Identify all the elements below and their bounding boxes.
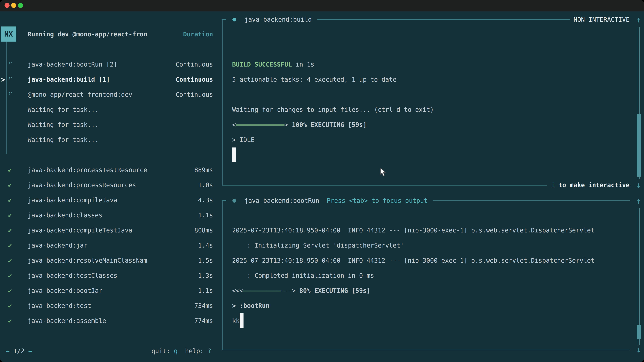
task-duration: 1.1s [198,208,213,223]
help-label: help: [185,348,204,355]
task-status-text: Continuous [176,76,213,83]
task-success-icon: ✔ [8,178,12,193]
duration-label: Duration [183,31,213,38]
output-segment: in 1s [292,61,314,68]
completed-task-row[interactable]: java-backend:processTestResource [28,163,147,178]
completed-task-row[interactable]: java-backend:jar [28,238,88,253]
pending-task-row: Waiting for task... [28,102,98,117]
panel-build-output-line: > IDLE [232,132,254,147]
task-duration: 774ms [194,313,213,329]
completed-task-row[interactable]: java-backend:compileTestJava [28,223,132,238]
panel-build-output-line [232,147,236,163]
task-duration-text: 1.4s [198,242,213,249]
task-status: Continuous [176,87,213,102]
panel-build-border-left [222,19,222,185]
completed-task-row[interactable]: java-backend:classes [28,208,102,223]
completed-task-row[interactable]: java-backend:bootJar [28,283,102,298]
task-duration: 1.0s [198,178,213,193]
output-segment: > IDLE [232,136,254,143]
panel-bootRun-output-line: : Initializing Servlet 'dispatcherServle… [232,238,404,253]
task-duration: 889ms [194,163,213,178]
output-segment: ═════════════ [236,121,284,128]
panel-bootRun-scrollbar-track[interactable] [638,208,640,345]
task-success-icon: ✔ [8,298,12,313]
output-segment: > [284,121,292,128]
task-name: java-backend:bootRun [2] [28,61,118,68]
check-glyph: ✔ [8,317,12,325]
task-duration-text: 1.1s [198,212,213,219]
panel-bootRun-output-line: > :bootRun [232,298,270,313]
spacer [10,348,13,355]
panel-bootRun-title-row[interactable]: java-backend:bootRun Press <tab> to focu… [244,193,428,208]
panel-bootRun-output-line: 2025-07-23T13:40:18.950-04:00 INFO 44312… [232,253,594,268]
panel-bootRun-border-bottom [222,350,630,350]
panel-build-scroll-up-icon[interactable]: ↑ [636,12,641,27]
spacer [178,348,185,355]
completed-task-row[interactable]: java-backend:assemble [28,313,106,329]
check-glyph: ✔ [8,182,12,189]
terminal-cursor [232,147,236,162]
task-name: java-backend:jar [28,242,88,249]
duration-column-header: Duration [183,27,213,42]
task-row[interactable]: java-backend:build [1] [28,72,110,87]
task-name: java-backend:processResources [28,182,136,189]
output-segment: 100% EXECUTING [59s] [292,121,366,128]
task-name: java-backend:build [1] [28,76,110,83]
task-duration: 734ms [194,298,213,313]
up-glyph: ↑ [636,15,641,24]
panel-bootRun-scroll-up-icon[interactable]: ↑ [636,193,641,208]
output-segment: BUILD SUCCESSFUL [232,61,292,68]
minimize-button[interactable] [11,3,16,8]
up-glyph: ↑ [636,196,641,205]
task-duration: 1.5s [198,253,213,268]
keyboard-hints: quit: q help: ? [152,344,211,359]
task-row[interactable]: java-backend:bootRun [2] [28,57,118,72]
panel-bootRun-scrollbar-thumb[interactable] [637,325,641,339]
output-segment: kk [232,317,240,325]
pager-prev-arrow: ← [6,348,10,355]
check-glyph: ✔ [8,272,12,279]
task-duration-text: 889ms [194,166,213,174]
pending-task-text: Waiting for task... [28,136,98,143]
task-duration: 808ms [194,223,213,238]
panel-bootRun-output-line: 2025-07-23T13:40:18.950-04:00 INFO 44312… [232,223,594,238]
task-success-icon: ✔ [8,193,12,208]
pager-page-indicator: 1/2 [14,348,25,355]
task-duration-text: 808ms [194,227,213,234]
panel-build-scroll-down-icon[interactable]: ↓ [636,177,641,192]
task-row[interactable]: @mono-app/react-frontend:dev [28,87,132,102]
task-name: java-backend:assemble [28,317,106,325]
panel-build-output-line: <═════════════> 100% EXECUTING [59s] [232,117,366,132]
task-duration: 1.1s [198,283,213,298]
check-glyph: ✔ [8,287,12,294]
panel-build-title-row[interactable]: java-backend:build [244,12,312,27]
selected-marker-glyph: > [1,76,5,83]
completed-task-row[interactable]: java-backend:testClasses [28,268,118,283]
output-segment: 2025-07-23T13:40:18.950-04:00 INFO 44312… [232,257,594,264]
task-status-text: Continuous [176,91,213,98]
zoom-button[interactable] [18,3,23,8]
output-segment: ══════════ [243,287,281,294]
completed-task-row[interactable]: java-backend:resolveMainClassNam [28,253,147,268]
panel-build-scrollbar-thumb[interactable] [637,114,641,177]
close-button[interactable] [4,3,10,8]
task-name: java-backend:testClasses [28,272,118,279]
panel-build-footer-key: i [551,182,555,189]
check-glyph: ✔ [8,257,12,264]
task-duration-text: 1.0s [198,182,213,189]
sidebar-title: Running dev @mono-app/react-fron [28,31,147,38]
task-spinner-icon: ⠋ [8,57,12,72]
panel-build-badge-text: NON-INTERACTIVE [574,16,630,23]
task-duration-text: 734ms [194,302,213,309]
spacer [170,348,174,355]
panel-bootRun-output-line: <<<══════════---> 80% EXECUTING [59s] [232,283,370,298]
output-segment: 80% EXECUTING [59s] [299,287,370,294]
panel-build-border-top-stub [222,19,226,20]
output-segment: : Completed initialization in 0 ms [232,272,374,279]
quit-label: quit: [152,348,170,355]
completed-task-row[interactable]: java-backend:compileJava [28,193,118,208]
completed-task-row[interactable]: java-backend:processResources [28,178,136,193]
completed-task-row[interactable]: java-backend:test [28,298,91,313]
task-duration-text: 774ms [194,317,213,325]
spinner-glyph: ⠋ [8,76,12,83]
